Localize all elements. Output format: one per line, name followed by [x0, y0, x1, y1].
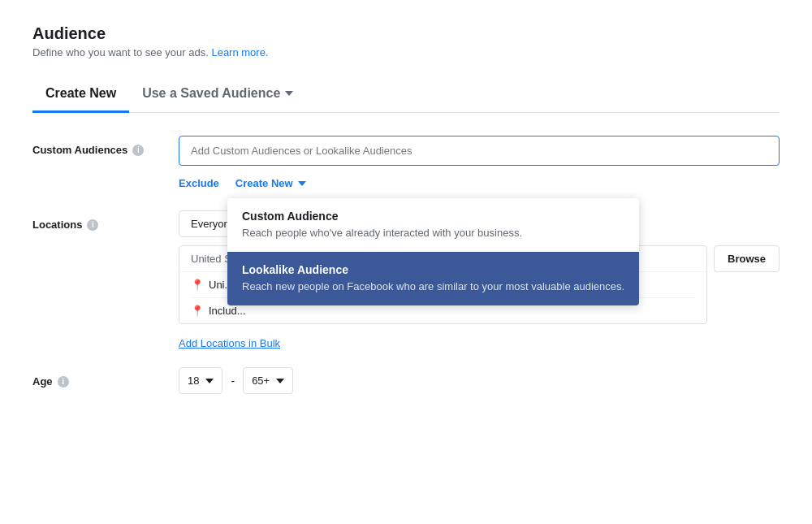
audience-actions: Exclude Create New Custom Audience Reach… — [179, 174, 780, 193]
page-subtitle: Define who you want to see your ads. Lea… — [32, 46, 780, 58]
custom-audiences-content: Exclude Create New Custom Audience Reach… — [179, 136, 780, 193]
age-min-select[interactable]: 18 — [179, 367, 222, 394]
dropdown-item-lookalike-audience[interactable]: Lookalike Audience Reach new people on F… — [227, 252, 639, 305]
page-header: Audience Define who you want to see your… — [32, 24, 780, 58]
age-controls: 18 - 65+ — [179, 367, 780, 394]
age-separator: - — [231, 375, 235, 388]
page-title: Audience — [32, 24, 780, 43]
dropdown-item-custom-audience[interactable]: Custom Audience Reach people who've alre… — [227, 198, 639, 252]
custom-audiences-label: Custom Audiences i — [32, 136, 179, 156]
browse-button[interactable]: Browse — [714, 245, 780, 272]
lookalike-audience-title: Lookalike Audience — [242, 263, 624, 276]
location-item-text-1: Includ... — [209, 305, 246, 317]
age-min-chevron-icon — [205, 379, 214, 383]
custom-audience-title: Custom Audience — [242, 210, 624, 223]
tab-bar: Create New Use a Saved Audience — [32, 78, 780, 113]
create-new-button[interactable]: Create New — [229, 174, 313, 193]
subtitle-text: Define who you want to see your ads. — [32, 46, 209, 58]
custom-audiences-info-icon[interactable]: i — [132, 145, 144, 156]
age-max-select[interactable]: 65+ — [243, 367, 293, 394]
tab-create-new[interactable]: Create New — [32, 78, 129, 113]
add-locations-link[interactable]: Add Locations in Bulk — [179, 337, 280, 349]
lookalike-audience-desc: Reach new people on Facebook who are sim… — [242, 279, 624, 294]
age-content: 18 - 65+ — [179, 367, 780, 394]
custom-audiences-input[interactable] — [179, 136, 780, 166]
custom-audience-desc: Reach people who've already interacted w… — [242, 226, 624, 240]
locations-label: Locations i — [32, 210, 179, 231]
learn-more-link[interactable]: Learn more. — [211, 46, 268, 58]
age-info-icon[interactable]: i — [58, 376, 69, 388]
tab-saved-audience[interactable]: Use a Saved Audience — [129, 78, 306, 113]
pin-icon-0: 📍 — [191, 279, 204, 291]
locations-info-icon[interactable]: i — [87, 219, 98, 231]
age-label: Age i — [32, 367, 179, 388]
create-new-dropdown: Custom Audience Reach people who've alre… — [227, 198, 639, 305]
chevron-down-icon — [285, 91, 293, 96]
create-new-chevron-icon — [298, 181, 306, 186]
pin-icon-1: 📍 — [191, 305, 204, 317]
custom-audiences-row: Custom Audiences i Exclude Create New Cu… — [32, 136, 780, 193]
age-row: Age i 18 - 65+ — [32, 367, 780, 394]
exclude-link[interactable]: Exclude — [179, 177, 219, 189]
age-max-chevron-icon — [276, 379, 284, 383]
